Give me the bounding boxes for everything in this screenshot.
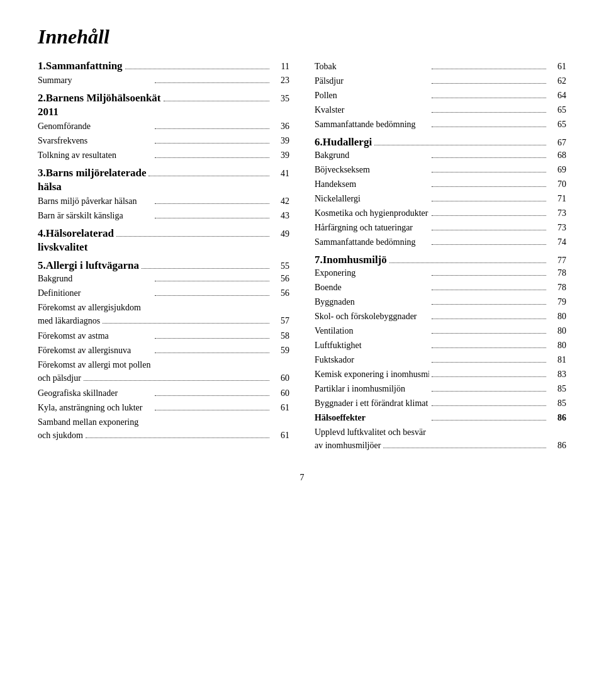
byggnaden-page: 79 bbox=[549, 295, 566, 308]
genomforande-label: Genomförande bbox=[38, 120, 152, 133]
ventilation-page: 80 bbox=[549, 324, 566, 337]
toc-astma: Förekomst av astma 58 bbox=[38, 329, 289, 342]
toc-kyla: Kyla, ansträngning och lukter 61 bbox=[38, 401, 289, 414]
toc-forekomst-allergi: Förekomst av allergisjukdom med läkardia… bbox=[38, 301, 289, 327]
nickelallergi-page: 71 bbox=[549, 192, 566, 205]
kosmetika-label: Kosmetika och hygienprodukter bbox=[315, 206, 429, 220]
section-7-label: 7.Inomhusmiljö bbox=[315, 254, 387, 266]
toc-ventilation: Ventilation 80 bbox=[315, 324, 566, 337]
section-1-page: 11 bbox=[272, 62, 289, 72]
toc-halsoeffekter: Hälsoeffekter 86 bbox=[315, 411, 566, 424]
halsoeffekter-label: Hälsoeffekter bbox=[315, 411, 429, 424]
tobak-label: Tobak bbox=[315, 60, 429, 73]
section-2-heading: 2.Barnens Miljöhälsoenkät 35 2011 bbox=[38, 92, 289, 120]
section-3-label-line2: hälsa bbox=[38, 179, 289, 195]
section-3-heading: 3.Barns miljörelaterade 41 hälsa bbox=[38, 167, 289, 195]
halsoeffekter-page: 86 bbox=[549, 411, 566, 424]
section-7-page: 77 bbox=[549, 256, 566, 266]
section-6-page: 67 bbox=[549, 138, 566, 148]
byggnader-klimat-page: 85 bbox=[549, 397, 566, 410]
harfargning-page: 73 bbox=[549, 221, 566, 234]
toc-geografiska: Geografiska skillnader 60 bbox=[38, 387, 289, 400]
allergisnuva-label: Förekomst av allergisnuva bbox=[38, 344, 152, 357]
toc-palsdjur: Pälsdjur 62 bbox=[315, 74, 566, 88]
section-4-page: 49 bbox=[272, 229, 289, 239]
upplevd-page: 86 bbox=[549, 439, 566, 452]
geografiska-label: Geografiska skillnader bbox=[38, 387, 152, 400]
toc-summary: Summary 23 bbox=[38, 74, 289, 87]
bakgrund-6-page: 68 bbox=[549, 149, 566, 162]
palsdjur-page: 62 bbox=[549, 74, 566, 88]
toc-sammanfattande-6: Sammanfattande bedömning 74 bbox=[315, 235, 566, 249]
boende-page: 78 bbox=[549, 281, 566, 294]
toc-columns: 1.Sammanfattning 11 Summary 23 2.Barnens… bbox=[38, 60, 566, 454]
svarsfrekvens-page: 39 bbox=[272, 134, 289, 147]
astma-page: 58 bbox=[272, 329, 289, 342]
forekomst-pollen-line1: Förekomst av allergi mot pollen bbox=[38, 358, 289, 371]
toc-luftfuktighet: Luftfuktighet 80 bbox=[315, 339, 566, 352]
partiklar-label: Partiklar i inomhusmiljön bbox=[315, 382, 429, 395]
harfargning-label: Hårfärgning och tatueringar bbox=[315, 221, 429, 234]
skol-forskole-page: 80 bbox=[549, 310, 566, 323]
samband-page: 61 bbox=[272, 429, 289, 442]
toc-kvalster: Kvalster 65 bbox=[315, 103, 566, 116]
kyla-label: Kyla, ansträngning och lukter bbox=[38, 401, 152, 414]
toc-tolkning: Tolkning av resultaten 39 bbox=[38, 149, 289, 162]
byggnaden-label: Byggnaden bbox=[315, 295, 429, 308]
toc-skol-forskole: Skol- och förskolebyggnader 80 bbox=[315, 310, 566, 323]
fuktskador-label: Fuktskador bbox=[315, 353, 429, 366]
section-3-label: 3.Barns miljörelaterade bbox=[38, 167, 146, 179]
toc-pollen: Pollen 64 bbox=[315, 89, 566, 102]
toc-nickelallergi: Nickelallergi 71 bbox=[315, 192, 566, 205]
skol-forskole-label: Skol- och förskolebyggnader bbox=[315, 310, 429, 323]
definitioner-label: Definitioner bbox=[38, 286, 152, 300]
toc-partiklar: Partiklar i inomhusmiljön 85 bbox=[315, 382, 566, 395]
tobak-page: 61 bbox=[549, 60, 566, 73]
toc-boende: Boende 78 bbox=[315, 281, 566, 294]
kvalster-label: Kvalster bbox=[315, 103, 429, 116]
byggnader-klimat-label: Byggnader i ett förändrat klimat bbox=[315, 397, 429, 410]
summary-label: Summary bbox=[38, 74, 152, 87]
kemisk-label: Kemisk exponering i inomhusmiljö bbox=[315, 368, 429, 381]
toc-byggnader-klimat: Byggnader i ett förändrat klimat 85 bbox=[315, 397, 566, 410]
bakgrund-5-label: Bakgrund bbox=[38, 272, 152, 285]
section-4-label-line2: livskvalitet bbox=[38, 240, 289, 255]
forekomst-pollen-page: 60 bbox=[272, 371, 289, 385]
fuktskador-page: 81 bbox=[549, 353, 566, 366]
toc-fuktskador: Fuktskador 81 bbox=[315, 353, 566, 366]
boende-label: Boende bbox=[315, 281, 429, 294]
toc-kemisk: Kemisk exponering i inomhusmiljö 83 bbox=[315, 368, 566, 381]
sammanfattande-6-page: 74 bbox=[549, 235, 566, 249]
toc-miljo-halsan: Barns miljö påverkar hälsan 42 bbox=[38, 195, 289, 208]
exponering-page: 78 bbox=[549, 266, 566, 279]
toc-bakgrund-6: Bakgrund 68 bbox=[315, 149, 566, 162]
section-5-heading: 5.Allergi i luftvägarna 55 bbox=[38, 259, 289, 272]
nickelallergi-label: Nickelallergi bbox=[315, 192, 429, 205]
luftfuktighet-page: 80 bbox=[549, 339, 566, 352]
exponering-label: Exponering bbox=[315, 266, 429, 279]
toc-sammanfattande-5: Sammanfattande bedömning 65 bbox=[315, 118, 566, 131]
forekomst-allergi-page: 57 bbox=[272, 314, 289, 327]
toc-bojveckseksem: Böjveckseksem 69 bbox=[315, 163, 566, 176]
geografiska-page: 60 bbox=[272, 387, 289, 400]
section-2-label: 2.Barnens Miljöhälsoenkät bbox=[38, 92, 161, 104]
page-number-bottom: 7 bbox=[38, 473, 566, 483]
miljo-halsan-label: Barns miljö påverkar hälsan bbox=[38, 195, 152, 208]
definitioner-page: 56 bbox=[272, 286, 289, 300]
bakgrund-6-label: Bakgrund bbox=[315, 149, 429, 162]
bojveckseksem-page: 69 bbox=[549, 163, 566, 176]
toc-definitioner: Definitioner 56 bbox=[38, 286, 289, 300]
bakgrund-5-page: 56 bbox=[272, 272, 289, 285]
ventilation-label: Ventilation bbox=[315, 324, 429, 337]
toc-exponering: Exponering 78 bbox=[315, 266, 566, 279]
handeksem-label: Handeksem bbox=[315, 178, 429, 191]
toc-samband: Samband mellan exponering och sjukdom 61 bbox=[38, 415, 289, 442]
kvalster-page: 65 bbox=[549, 103, 566, 116]
left-column: 1.Sammanfattning 11 Summary 23 2.Barnens… bbox=[38, 60, 289, 454]
kosmetika-page: 73 bbox=[549, 206, 566, 220]
section-5-page: 55 bbox=[272, 261, 289, 271]
section-6-heading: 6.Hudallergi 67 bbox=[315, 136, 566, 149]
summary-page: 23 bbox=[272, 74, 289, 87]
tolkning-page: 39 bbox=[272, 149, 289, 162]
section-7-heading: 7.Inomhusmiljö 77 bbox=[315, 254, 566, 266]
